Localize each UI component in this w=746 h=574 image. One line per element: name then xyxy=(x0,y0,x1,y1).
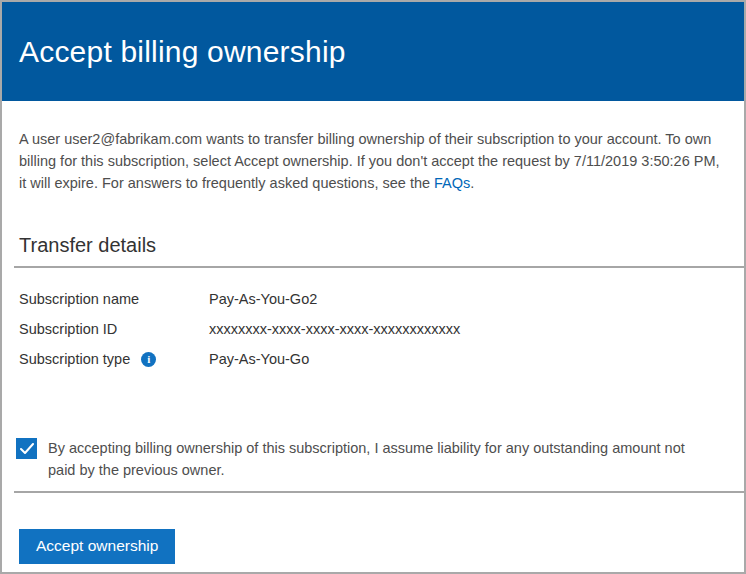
subscription-type-label: Subscription type xyxy=(19,351,130,367)
section-divider xyxy=(14,266,744,268)
page-header: Accept billing ownership xyxy=(2,2,744,101)
subscription-type-value: Pay-As-You-Go xyxy=(209,351,309,367)
intro-text-before-link: A user user2@fabrikam.com wants to trans… xyxy=(19,131,720,191)
main-content: A user user2@fabrikam.com wants to trans… xyxy=(2,128,744,257)
subscription-id-label: Subscription ID xyxy=(19,321,117,337)
detail-label-cell: Subscription ID xyxy=(19,321,209,337)
page-title: Accept billing ownership xyxy=(19,35,346,69)
faqs-link[interactable]: FAQs xyxy=(434,175,470,191)
footer-divider xyxy=(14,491,744,493)
liability-checkbox[interactable] xyxy=(16,438,37,459)
detail-label-cell: Subscription type i xyxy=(19,351,209,367)
detail-label-cell: Subscription name xyxy=(19,291,209,307)
info-icon[interactable]: i xyxy=(141,352,156,367)
table-row: Subscription name Pay-As-You-Go2 xyxy=(19,284,728,314)
transfer-details-heading: Transfer details xyxy=(19,234,728,257)
page: Accept billing ownership A user user2@fa… xyxy=(0,0,746,574)
subscription-name-value: Pay-As-You-Go2 xyxy=(209,291,317,307)
accept-ownership-button[interactable]: Accept ownership xyxy=(19,529,175,564)
table-row: Subscription ID xxxxxxxx-xxxx-xxxx-xxxx-… xyxy=(19,314,728,344)
agreement-label[interactable]: By accepting billing ownership of this s… xyxy=(48,437,708,481)
subscription-name-label: Subscription name xyxy=(19,291,139,307)
intro-text-after-link: . xyxy=(470,175,474,191)
subscription-id-value: xxxxxxxx-xxxx-xxxx-xxxx-xxxxxxxxxxxx xyxy=(209,321,460,337)
table-row: Subscription type i Pay-As-You-Go xyxy=(19,344,728,374)
transfer-details-table: Subscription name Pay-As-You-Go2 Subscri… xyxy=(2,284,744,374)
intro-text: A user user2@fabrikam.com wants to trans… xyxy=(19,128,728,194)
checkmark-icon xyxy=(20,443,34,455)
agreement-row: By accepting billing ownership of this s… xyxy=(2,437,744,481)
